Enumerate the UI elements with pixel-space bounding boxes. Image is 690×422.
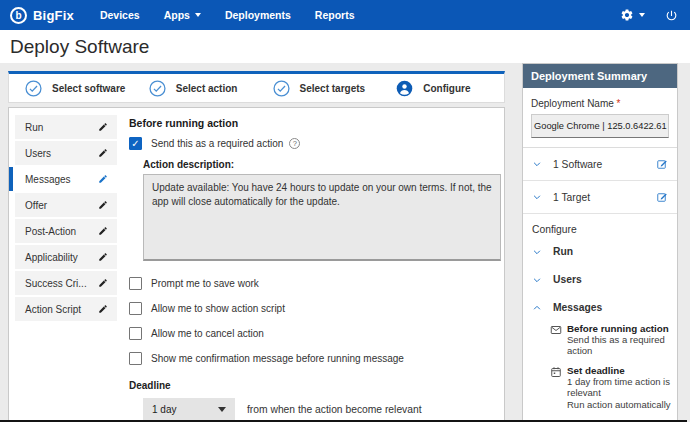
check-circle-icon xyxy=(149,80,166,97)
deadline-select[interactable]: 1 day xyxy=(143,398,235,421)
deadline-value: 1 day xyxy=(152,404,176,415)
summary-group-run[interactable]: Run xyxy=(523,237,677,265)
step-configure[interactable]: Configure xyxy=(380,80,504,97)
detail-line: Send this as a required action xyxy=(567,334,671,357)
confirmation-message-checkbox[interactable] xyxy=(129,352,142,365)
target-count-label: 1 Target xyxy=(553,192,590,203)
option-row: Show me confirmation message before runn… xyxy=(129,352,503,365)
checkbox-label: Show me confirmation message before runn… xyxy=(151,353,404,364)
description-label: Action description: xyxy=(143,159,503,170)
section-item-applicability[interactable]: Applicability xyxy=(15,245,117,269)
chevron-down-icon xyxy=(639,13,645,17)
section-list: Run Users Messages Offer Post-Action App… xyxy=(9,115,117,323)
section-item-post-action[interactable]: Post-Action xyxy=(15,219,117,243)
bigfix-logo-icon: b xyxy=(10,7,27,24)
summary-software-row[interactable]: 1 Software xyxy=(523,148,677,181)
summary-detail-set-deadline: Set deadline 1 day from time action is r… xyxy=(550,365,671,410)
nav-item-deployments[interactable]: Deployments xyxy=(225,9,291,21)
section-label: Users xyxy=(25,148,51,159)
detail-line: 1 day from time action is relevant xyxy=(567,376,671,399)
cancel-action-checkbox[interactable] xyxy=(129,327,142,340)
help-icon[interactable]: ? xyxy=(289,138,300,149)
edit-software-icon[interactable] xyxy=(656,158,668,170)
step-select-action[interactable]: Select action xyxy=(133,80,257,97)
configure-panel: Run Users Messages Offer Post-Action App… xyxy=(8,107,505,422)
edit-pencil-icon[interactable] xyxy=(98,200,108,210)
person-circle-icon xyxy=(396,80,413,97)
edit-pencil-icon[interactable] xyxy=(98,252,108,262)
chevron-down-icon[interactable] xyxy=(532,275,542,285)
option-row: Prompt me to save work xyxy=(129,277,503,290)
detail-text: Set deadline 1 day from time action is r… xyxy=(567,365,671,410)
nav-item-apps[interactable]: Apps xyxy=(164,9,201,21)
section-label: Post-Action xyxy=(25,226,76,237)
option-row: Allow me to cancel action xyxy=(129,327,503,340)
deployment-name-input[interactable]: Google Chrome | 125.0.6422.61 xyxy=(531,114,669,138)
step-select-software[interactable]: Select software xyxy=(9,80,133,97)
edit-pencil-icon[interactable] xyxy=(98,148,108,158)
group-label: Users xyxy=(553,274,582,285)
summary-target-row[interactable]: 1 Target xyxy=(523,181,677,214)
step-select-targets[interactable]: Select targets xyxy=(257,80,381,97)
nav-item-devices[interactable]: Devices xyxy=(100,9,140,21)
app-window: b BigFix Devices Apps Deployments Report… xyxy=(0,0,690,422)
prompt-save-checkbox[interactable] xyxy=(129,277,142,290)
chevron-down-icon xyxy=(195,13,201,17)
settings-gear-icon[interactable] xyxy=(620,8,645,22)
summary-detail-before-running: Before running action Send this as a req… xyxy=(550,323,671,357)
group-label: Messages xyxy=(553,302,602,313)
section-label: Action Script xyxy=(25,304,81,315)
section-item-action-script[interactable]: Action Script xyxy=(15,297,117,321)
section-item-users[interactable]: Users xyxy=(15,141,117,165)
group-label: Run xyxy=(553,246,573,257)
mail-icon xyxy=(550,324,562,357)
required-action-checkbox[interactable]: ✓ xyxy=(129,137,142,150)
chevron-up-icon[interactable] xyxy=(532,303,542,313)
chevron-down-icon[interactable] xyxy=(532,192,542,202)
check-circle-icon xyxy=(25,80,42,97)
show-script-checkbox[interactable] xyxy=(129,302,142,315)
power-logout-icon[interactable] xyxy=(665,9,678,22)
section-item-success-criteria[interactable]: Success Cri... xyxy=(15,271,117,295)
nav-item-label: Apps xyxy=(164,9,190,21)
detail-text: Before running action Send this as a req… xyxy=(567,323,671,357)
wizard-stepper: Select software Select action Select tar… xyxy=(8,71,505,103)
options-checkbox-group: Prompt me to save work Allow me to show … xyxy=(129,277,503,365)
checkbox-label: Allow me to cancel action xyxy=(151,328,264,339)
nav-item-label: Deployments xyxy=(225,9,291,21)
main-menu: Devices Apps Deployments Reports xyxy=(100,9,379,21)
section-item-offer[interactable]: Offer xyxy=(15,193,117,217)
edit-pencil-icon[interactable] xyxy=(98,174,108,184)
title-bar: Deploy Software xyxy=(0,30,690,63)
detail-title: Set deadline xyxy=(567,365,671,376)
summary-group-messages[interactable]: Messages xyxy=(523,293,677,321)
top-nav: b BigFix Devices Apps Deployments Report… xyxy=(0,0,690,30)
edit-target-icon[interactable] xyxy=(656,191,668,203)
brand[interactable]: b BigFix xyxy=(10,7,74,24)
nav-item-label: Reports xyxy=(315,9,355,21)
deployment-name-label: Deployment Name * xyxy=(531,98,669,109)
section-label: Applicability xyxy=(25,252,78,263)
summary-title: Deployment Summary xyxy=(523,64,677,88)
deadline-row: 1 day from when the action become releva… xyxy=(143,398,503,421)
checkbox-label: Prompt me to save work xyxy=(151,278,259,289)
step-label: Configure xyxy=(423,83,470,94)
step-label: Select targets xyxy=(300,83,366,94)
section-item-run[interactable]: Run xyxy=(15,115,117,139)
section-item-messages[interactable]: Messages xyxy=(9,167,117,191)
edit-pencil-icon[interactable] xyxy=(98,304,108,314)
checkbox-label: Allow me to show action script xyxy=(151,303,285,314)
chevron-down-icon[interactable] xyxy=(532,247,542,257)
edit-pencil-icon[interactable] xyxy=(98,226,108,236)
page-title: Deploy Software xyxy=(0,30,690,58)
brand-name: BigFix xyxy=(33,8,74,23)
deadline-label: Deadline xyxy=(129,380,503,391)
chevron-down-icon xyxy=(218,407,226,412)
summary-group-users[interactable]: Users xyxy=(523,265,677,293)
detail-title: Before running action xyxy=(567,323,671,334)
nav-item-reports[interactable]: Reports xyxy=(315,9,355,21)
edit-pencil-icon[interactable] xyxy=(98,122,108,132)
action-description-textarea[interactable]: Update available: You have 24 hours to u… xyxy=(143,174,501,261)
chevron-down-icon[interactable] xyxy=(532,159,542,169)
edit-pencil-icon[interactable] xyxy=(98,278,108,288)
